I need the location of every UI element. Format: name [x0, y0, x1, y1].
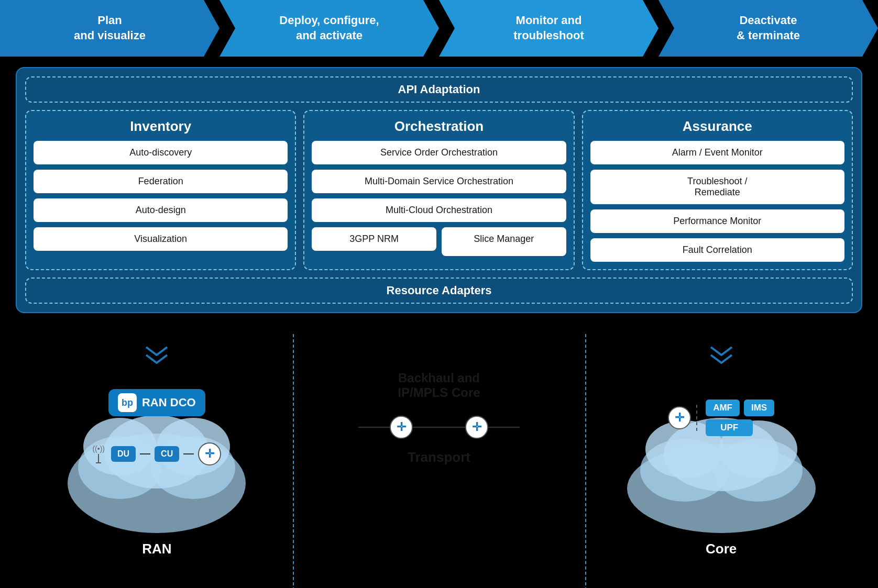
ran-chevron	[141, 345, 172, 373]
orchestration-bottom-pair: 3GPP NRM Slice Manager	[312, 227, 566, 256]
columns-row: Inventory Auto-discovery Federation Auto…	[25, 110, 853, 270]
orchestration-column: Orchestration Service Order Orchestratio…	[303, 110, 574, 270]
assurance-item-performance: Performance Monitor	[590, 209, 844, 233]
connector	[183, 453, 194, 454]
orchestration-item-slicemanager: Slice Manager	[442, 227, 566, 256]
assurance-item-troubleshoot: Troubleshoot /Remediate	[590, 170, 844, 204]
amf-badge: AMF	[706, 400, 740, 416]
orchestration-item-soo: Service Order Orchestration	[312, 141, 566, 164]
resource-adapters-bar: Resource Adapters	[25, 278, 853, 304]
main-content: API Adaptation Inventory Auto-discovery …	[0, 57, 878, 334]
ims-badge: IMS	[744, 400, 774, 416]
transport-text: Backhaul andIP/MPLS Core	[398, 371, 480, 400]
signal-icon: ((•))	[92, 445, 105, 463]
inventory-item-federation: Federation	[34, 170, 288, 193]
cu-node: CU	[155, 446, 179, 462]
inventory-item-autodesign: Auto-design	[34, 198, 288, 222]
amf-ims-row: AMF IMS	[706, 400, 774, 416]
inventory-item-autodiscovery: Auto-discovery	[34, 141, 288, 164]
transport-line: ✛ ✛	[358, 416, 520, 439]
big-container: API Adaptation Inventory Auto-discovery …	[16, 67, 862, 313]
inventory-item-visualization: Visualization	[34, 227, 288, 251]
assurance-column: Assurance Alarm / Event Monitor Troubles…	[582, 110, 853, 270]
switch-node: ✛	[198, 442, 221, 465]
top-arrows: Plan and visualize Deploy, configure,and…	[0, 0, 878, 57]
bp-icon: bp	[118, 393, 137, 412]
connector	[140, 453, 150, 454]
ran-dco-badge: bp RAN DCO	[108, 389, 205, 416]
api-adaptation-bar: API Adaptation	[25, 76, 853, 103]
ran-label: RAN	[142, 541, 171, 557]
arrow-plan: Plan and visualize	[0, 0, 220, 57]
inventory-column: Inventory Auto-discovery Federation Auto…	[25, 110, 296, 270]
orchestration-item-3gpp: 3GPP NRM	[312, 227, 436, 251]
transport-label: Transport	[408, 449, 470, 465]
transport-switch-2: ✛	[465, 416, 488, 439]
arrow-deactivate: Deactivate& terminate	[659, 0, 878, 57]
core-switch: ✛	[668, 406, 691, 429]
ran-dco-text: RAN DCO	[142, 396, 196, 409]
orchestration-item-mco: Multi-Cloud Orchestration	[312, 198, 566, 222]
core-column: ✛ AMF IMS UPF Core	[580, 339, 862, 557]
bottom-section: bp RAN DCO ((•)) DU CU	[0, 334, 878, 588]
ran-network-diagram: ((•)) DU CU ✛	[92, 442, 221, 465]
core-chevron	[706, 345, 737, 373]
core-label: Core	[706, 541, 737, 557]
inventory-title: Inventory	[34, 118, 288, 135]
assurance-item-alarm: Alarm / Event Monitor	[590, 141, 844, 164]
assurance-title: Assurance	[590, 118, 844, 135]
ran-column: bp RAN DCO ((•)) DU CU	[16, 339, 298, 557]
transport-switch: ✛	[390, 416, 413, 439]
orchestration-title: Orchestration	[312, 118, 566, 135]
du-node: DU	[111, 446, 136, 462]
assurance-item-fault: Fault Correlation	[590, 238, 844, 262]
arrow-deploy: Deploy, configure,and activate	[220, 0, 439, 57]
orchestration-item-mdso: Multi-Domain Service Orchestration	[312, 170, 566, 193]
arrow-monitor: Monitor andtroubleshoot	[439, 0, 659, 57]
upf-badge: UPF	[706, 419, 753, 436]
transport-column: Backhaul andIP/MPLS Core ✛ ✛ Transport	[298, 339, 580, 465]
